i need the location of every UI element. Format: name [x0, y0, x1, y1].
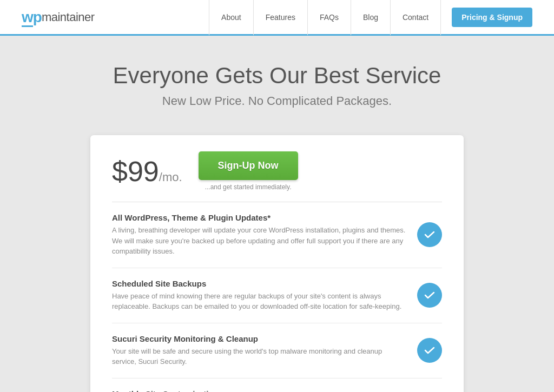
- header: wp maintainer About Features FAQs Blog C…: [0, 0, 554, 36]
- nav-about[interactable]: About: [209, 0, 254, 35]
- check-icon-2: [417, 283, 442, 308]
- logo: wp maintainer: [22, 9, 95, 26]
- feature-desc-1: A living, breathing developer will updat…: [112, 225, 406, 257]
- price-display: $99/mo.: [112, 157, 182, 185]
- price-amount: $99: [112, 156, 159, 187]
- pricing-card: $99/mo. Sign-Up Now ...and get started i…: [90, 135, 464, 392]
- feature-text-2: Scheduled Site Backups Have peace of min…: [112, 279, 406, 312]
- feature-desc-2: Have peace of mind knowing there are reg…: [112, 291, 406, 312]
- check-icon-3: [417, 338, 442, 363]
- check-icon-1: [417, 222, 442, 247]
- logo-wp: wp: [22, 9, 42, 26]
- signup-area: Sign-Up Now ...and get started immediate…: [199, 151, 298, 191]
- features-list: All WordPress, Theme & Plugin Updates* A…: [112, 202, 442, 392]
- nav-contact[interactable]: Contact: [391, 0, 441, 35]
- nav-blog[interactable]: Blog: [351, 0, 391, 35]
- signup-now-button[interactable]: Sign-Up Now: [199, 151, 298, 180]
- nav-pricing-signup[interactable]: Pricing & Signup: [452, 8, 532, 27]
- feature-row-3: Sucuri Security Monitoring & Cleanup You…: [112, 323, 442, 378]
- hero-subheading: New Low Price. No Complicated Packages.: [11, 94, 543, 108]
- feature-title-3: Sucuri Security Monitoring & Cleanup: [112, 334, 406, 343]
- feature-title-2: Scheduled Site Backups: [112, 279, 406, 288]
- feature-title-4: Monthly Site Customizations: [112, 389, 406, 393]
- price-per: /mo.: [159, 170, 182, 184]
- hero-section: Everyone Gets Our Best Service New Low P…: [0, 36, 554, 124]
- signup-sub-text: ...and get started immediately.: [205, 183, 292, 191]
- feature-text-3: Sucuri Security Monitoring & Cleanup You…: [112, 334, 406, 367]
- feature-row-2: Scheduled Site Backups Have peace of min…: [112, 268, 442, 323]
- logo-maintainer: maintainer: [42, 10, 95, 24]
- feature-row-4: Monthly Site Customizations With your WP…: [112, 378, 442, 393]
- pricing-header: $99/mo. Sign-Up Now ...and get started i…: [112, 151, 442, 202]
- feature-title-1: All WordPress, Theme & Plugin Updates*: [112, 213, 406, 222]
- feature-text-4: Monthly Site Customizations With your WP…: [112, 389, 406, 393]
- nav-faqs[interactable]: FAQs: [308, 0, 351, 35]
- feature-row-1: All WordPress, Theme & Plugin Updates* A…: [112, 202, 442, 268]
- nav-features[interactable]: Features: [254, 0, 308, 35]
- feature-desc-3: Your site will be safe and secure using …: [112, 346, 406, 367]
- hero-heading: Everyone Gets Our Best Service: [11, 63, 543, 89]
- main-nav: About Features FAQs Blog Contact Pricing…: [209, 0, 532, 35]
- feature-text-1: All WordPress, Theme & Plugin Updates* A…: [112, 213, 406, 257]
